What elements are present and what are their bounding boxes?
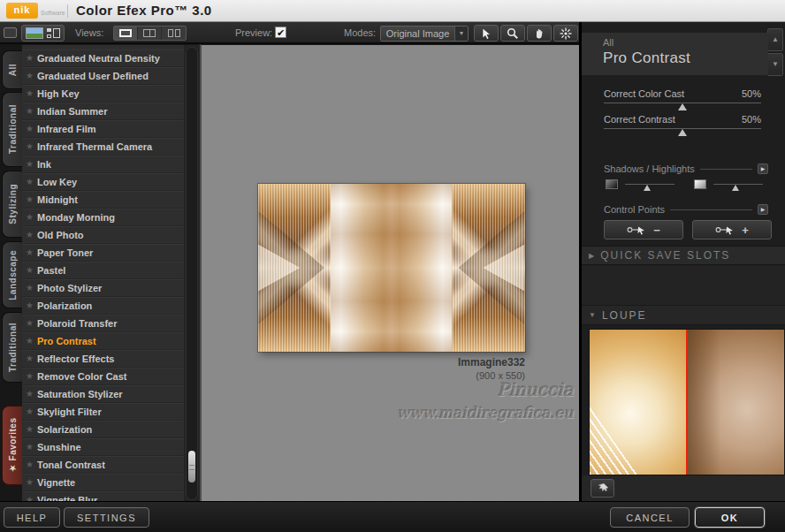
loupe-pin-button[interactable] [591,479,614,498]
favorite-star-icon[interactable]: ★ [22,442,37,452]
pointer-tool-button[interactable] [474,25,499,42]
control-point-icon [715,224,735,235]
filter-list-item[interactable]: ★ Sunshine [22,438,184,456]
panel-scroll-up-button[interactable]: ▲ [767,28,783,51]
loupe-header[interactable]: ▼ LOUPE [582,306,785,325]
filter-list-item[interactable]: ★ Infrared Film [22,120,184,138]
category-tab[interactable]: ★ Landscape [2,241,22,308]
modes-dropdown[interactable]: Original Image ▼ [380,26,469,42]
filter-list-item[interactable]: ★ Photo Stylizer [22,279,184,297]
filter-list-item[interactable]: ★ Pro Contrast [22,332,184,350]
filter-list-item[interactable]: ★ Reflector Effects [22,350,184,368]
filter-list-item[interactable]: ★ Vignette Blur [22,491,184,501]
favorite-star-icon[interactable]: ★ [22,106,37,116]
favorite-star-icon[interactable]: ★ [22,477,37,487]
filter-list-item[interactable]: ★ Vignette [22,474,184,491]
category-tab[interactable]: ★ All [2,50,22,89]
favorite-star-icon[interactable]: ★ [22,283,37,293]
filter-name: Infrared Film [37,124,96,134]
category-tab-label: Traditional [8,323,18,372]
filter-list-item[interactable]: ★ Skylight Filter [22,403,184,421]
image-thumbnail-button[interactable] [26,27,43,39]
pan-tool-button[interactable] [527,25,552,42]
highlight-slider-thumb[interactable] [732,185,739,191]
filter-list-item[interactable]: ★ Infrared Thermal Camera [22,138,184,156]
filter-list-item[interactable]: ★ Pastel [22,262,184,279]
filter-list-item[interactable]: ★ Low Key [22,173,184,191]
filter-list-item[interactable]: ★ Solarization [22,421,184,438]
ok-button[interactable]: OK [695,507,765,528]
quick-save-slots-header[interactable]: ▶ QUICK SAVE SLOTS [582,246,785,265]
slider-thumb[interactable] [678,129,687,136]
filter-list-item[interactable]: ★ Tonal Contrast [22,456,184,474]
slider-thumb[interactable] [678,103,687,110]
arrow-right-icon: ▶ [761,166,766,171]
favorite-star-icon[interactable]: ★ [22,460,37,469]
zoom-tool-button[interactable] [500,25,525,42]
favorite-star-icon[interactable]: ★ [22,53,37,63]
preview-image [258,184,525,352]
filter-list-item[interactable]: ★ High Key [22,85,184,103]
favorite-star-icon[interactable]: ★ [22,212,37,222]
chevron-down-icon[interactable]: ▼ [454,27,468,41]
view-single-button[interactable] [114,27,138,40]
filter-list-item[interactable]: ★ Indian Summer [22,103,184,120]
favorite-star-icon[interactable]: ★ [22,265,37,275]
view-side-by-side-button[interactable] [162,27,186,40]
shadow-slider[interactable] [625,184,674,192]
settings-button[interactable]: SETTINGS [64,507,149,528]
category-tab[interactable]: ★ Stylizing [2,171,22,238]
view-split-button[interactable] [138,27,162,40]
help-button[interactable]: HELP [4,507,60,528]
favorite-star-icon[interactable]: ★ [22,318,37,328]
filter-list-item[interactable]: ★ Monday Morning [22,209,184,226]
preview-checkbox[interactable]: ✔ [275,27,286,38]
category-tab[interactable]: ★ Traditional [2,92,22,167]
favorite-star-icon[interactable]: ★ [22,336,37,346]
favorite-star-icon[interactable]: ★ [22,353,37,363]
favorite-star-icon[interactable]: ★ [22,300,37,310]
shadow-slider-thumb[interactable] [644,185,651,191]
remove-control-point-button[interactable]: − [604,220,683,239]
panel-scroll-down-button[interactable]: ▼ [767,53,783,76]
control-points-expand-button[interactable]: ▶ [758,204,768,215]
favorite-star-icon[interactable]: ★ [22,495,37,501]
category-tab[interactable]: ★ Traditional [2,312,22,383]
add-control-point-button[interactable]: + [692,220,772,239]
background-color-tool-button[interactable] [553,25,578,42]
filter-list-item[interactable]: ★ Polaroid Transfer [22,315,184,332]
favorite-star-icon[interactable]: ★ [22,177,37,186]
favorite-star-icon[interactable]: ★ [22,124,37,133]
favorite-star-icon[interactable]: ★ [22,159,37,169]
filter-list-item[interactable]: ★ Graduated Neutral Density [22,49,184,67]
shadows-highlights-expand-button[interactable]: ▶ [758,163,768,174]
filter-list-item[interactable]: ★ Polarization [22,297,184,315]
favorite-star-icon[interactable]: ★ [22,71,37,80]
toolbar: Views: Preview: ✔ Modes: Original Image … [0,22,581,44]
favorite-star-icon[interactable]: ★ [22,230,37,239]
category-tab[interactable]: ★ Favorites [2,406,22,485]
slider-track[interactable] [604,128,761,137]
favorite-star-icon[interactable]: ★ [22,88,37,98]
highlight-slider[interactable] [713,184,763,192]
favorite-star-icon[interactable]: ★ [22,424,37,434]
filter-list-item[interactable]: ★ Old Photo [22,226,184,244]
cancel-button[interactable]: CANCEL [610,507,690,528]
scrollbar-track[interactable] [186,47,198,500]
filter-list-item[interactable]: ★ Ink [22,156,184,173]
favorite-star-icon[interactable]: ★ [22,371,37,381]
scrollbar-thumb[interactable] [188,451,195,483]
filter-list-item[interactable]: ★ Paper Toner [22,244,184,262]
favorite-star-icon[interactable]: ★ [22,141,37,151]
favorite-star-icon[interactable]: ★ [22,407,37,416]
filter-name: Infrared Thermal Camera [37,141,152,152]
favorite-star-icon[interactable]: ★ [22,194,37,204]
filter-list-item[interactable]: ★ Midnight [22,191,184,209]
layout-grid-button[interactable] [47,27,60,39]
filter-list-item[interactable]: ★ Saturation Stylizer [22,385,184,403]
favorite-star-icon[interactable]: ★ [22,389,37,399]
favorite-star-icon[interactable]: ★ [22,247,37,257]
slider-track[interactable] [604,103,761,111]
filter-list-item[interactable]: ★ Remove Color Cast [22,368,184,385]
filter-list-item[interactable]: ★ Graduated User Defined [22,67,184,85]
